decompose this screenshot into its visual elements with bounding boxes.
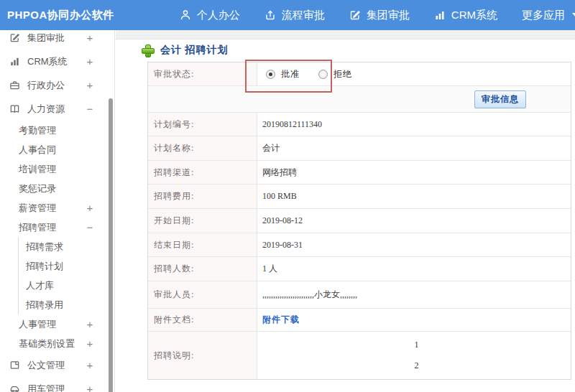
- sidebar-item-label: 行政办公: [27, 79, 65, 92]
- sidebar-item-group-approval[interactable]: 集团审批 +: [0, 30, 114, 50]
- field-value: 网络招聘: [257, 161, 571, 184]
- description-line: 2: [415, 360, 419, 371]
- sidebar-item-talent-pool[interactable]: 人才库: [18, 276, 114, 295]
- sidebar-scrollbar[interactable]: [109, 98, 113, 392]
- radio-approve[interactable]: [266, 70, 275, 79]
- document-icon: [9, 359, 21, 371]
- expand-toggle[interactable]: +: [86, 359, 94, 371]
- sidebar-item-hr-contract[interactable]: 人事合同: [0, 140, 114, 159]
- sidebar-item-label: 薪资管理: [19, 202, 56, 215]
- nav-process-approval[interactable]: 流程审批: [252, 9, 337, 22]
- sidebar-item-label: 培训管理: [19, 163, 56, 176]
- nav-item-label: 集团审批: [367, 9, 410, 22]
- attachment-download-link[interactable]: 附件下载: [262, 314, 300, 326]
- plus-icon: [142, 45, 153, 56]
- top-navigation-bar: PHPOA协同办公软件 个人办公 流程审批: [0, 0, 575, 30]
- radio-reject[interactable]: [318, 70, 328, 79]
- edit-square-icon: [349, 9, 361, 21]
- book-icon: [9, 103, 21, 115]
- field-value: 2019-08-31: [257, 233, 571, 256]
- sidebar-item-vehicle-mgmt[interactable]: 用车管理 +: [0, 377, 114, 392]
- sidebar-item-personnel-mgmt[interactable]: 人事管理 +: [0, 314, 114, 334]
- expand-toggle[interactable]: +: [86, 337, 94, 350]
- sidebar-item-attendance[interactable]: 考勤管理: [0, 121, 114, 140]
- sidebar-item-recruit-mgmt[interactable]: 招聘管理 −: [0, 218, 114, 237]
- field-value: 100 RMB: [257, 185, 571, 208]
- caret-down-icon: [572, 13, 575, 17]
- sidebar-item-base-category[interactable]: 基础类别设置 +: [0, 334, 114, 353]
- sidebar-item-label: 考勤管理: [19, 124, 56, 137]
- sidebar-item-admin-office[interactable]: 行政办公 +: [0, 73, 114, 97]
- recruit-plan-detail-table: 审批状态: 批准 拒绝 审批信息 计划编号: 20190812111340 计划…: [147, 62, 571, 380]
- sidebar-item-label: 招聘需求: [26, 241, 63, 253]
- approve-option: 批准: [266, 68, 300, 80]
- expand-toggle[interactable]: +: [86, 318, 94, 330]
- radio-label: 拒绝: [334, 68, 352, 80]
- sidebar-item-salary-mgmt[interactable]: 薪资管理 +: [0, 198, 114, 218]
- nav-crm-system[interactable]: CRM系统: [422, 9, 510, 22]
- row-start-date: 开始日期: 2019-08-12: [148, 209, 571, 233]
- field-value: 会计: [257, 136, 571, 160]
- sidebar-item-recruit-demand[interactable]: 招聘需求: [18, 237, 114, 256]
- field-label: 附件文档:: [148, 309, 257, 331]
- row-approval-status: 审批状态: 批准 拒绝: [148, 62, 571, 86]
- main-content: 会计 招聘计划 审批状态: 批准 拒绝 审批信息 计划编号: 201908121…: [116, 30, 575, 392]
- nav-group-approval[interactable]: 集团审批: [337, 9, 422, 22]
- row-approvers: 审批人员: ,,,,,,,,,,,,,,,,,,,,,,,,小龙女,,,,,,,…: [148, 281, 571, 309]
- person-icon: [180, 9, 191, 21]
- sidebar-item-label: 基础类别设置: [19, 337, 75, 350]
- field-value: 1 2: [257, 332, 571, 379]
- nav-personal-office[interactable]: 个人办公: [167, 9, 252, 22]
- field-label: 招聘说明:: [148, 332, 257, 379]
- approval-info-button[interactable]: 审批信息: [474, 90, 526, 108]
- row-attachment: 附件文档: 附件下载: [148, 309, 571, 332]
- sidebar-item-label: CRM系统: [27, 55, 68, 68]
- field-label: 招聘渠道:: [148, 161, 257, 184]
- row-recruit-cost: 招聘费用: 100 RMB: [148, 185, 571, 209]
- row-headcount: 招聘人数: 1 人: [148, 257, 571, 281]
- collapse-toggle[interactable]: −: [86, 103, 94, 115]
- sidebar-item-label: 人力资源: [27, 103, 65, 116]
- page-title: 会计 招聘计划: [160, 44, 229, 57]
- sidebar-item-training[interactable]: 培训管理: [0, 159, 114, 179]
- sidebar-item-label: 用车管理: [27, 383, 65, 392]
- field-label: 开始日期:: [148, 209, 257, 233]
- expand-toggle[interactable]: +: [86, 202, 94, 214]
- sidebar-item-label: 人事合同: [19, 144, 56, 157]
- expand-toggle[interactable]: +: [86, 79, 94, 91]
- expand-toggle[interactable]: +: [86, 55, 94, 67]
- expand-toggle[interactable]: +: [86, 32, 94, 44]
- sidebar-item-document-mgmt[interactable]: 公文管理 +: [0, 353, 114, 377]
- row-plan-name: 计划名称: 会计: [148, 136, 571, 161]
- briefcase-icon: [9, 79, 21, 91]
- field-label: 招聘人数:: [148, 257, 257, 281]
- sidebar-item-crm[interactable]: CRM系统 +: [0, 50, 114, 73]
- approval-status-options: 批准 拒绝: [257, 62, 571, 85]
- collapse-toggle[interactable]: −: [86, 221, 94, 233]
- nav-more-apps[interactable]: 更多应用: [510, 9, 575, 22]
- content-top-strip: [116, 30, 575, 39]
- sidebar-item-label: 集团审批: [27, 32, 65, 45]
- car-icon: [9, 383, 21, 392]
- description-line: 1: [415, 340, 419, 350]
- sidebar-item-label: 公文管理: [27, 359, 65, 372]
- field-value: ,,,,,,,,,,,,,,,,,,,,,,,,小龙女,,,,,,,,: [257, 281, 571, 308]
- row-approve-button: 审批信息: [148, 86, 571, 113]
- row-end-date: 结束日期: 2019-08-31: [148, 233, 571, 257]
- sidebar-item-label: 人才库: [26, 279, 54, 292]
- nav-item-label: 更多应用: [522, 9, 565, 22]
- row-recruit-channel: 招聘渠道: 网络招聘: [148, 161, 571, 185]
- field-label: 计划编号:: [148, 113, 257, 136]
- sidebar-item-rewards-records[interactable]: 奖惩记录: [0, 179, 114, 198]
- expand-toggle[interactable]: +: [86, 383, 94, 392]
- sidebar-item-label: 招聘计划: [26, 260, 63, 273]
- sidebar-item-recruit-hire[interactable]: 招聘录用: [18, 295, 114, 314]
- field-label: 审批人员:: [148, 281, 257, 308]
- radio-label: 批准: [281, 68, 300, 80]
- sidebar-item-label: 人事管理: [19, 318, 56, 331]
- sidebar-item-hr[interactable]: 人力资源 −: [0, 97, 114, 121]
- field-label: 结束日期:: [148, 233, 257, 256]
- field-label: 招聘费用:: [148, 185, 257, 208]
- app-logo: PHPOA协同办公软件: [7, 9, 114, 22]
- sidebar-item-recruit-plan[interactable]: 招聘计划: [18, 256, 114, 276]
